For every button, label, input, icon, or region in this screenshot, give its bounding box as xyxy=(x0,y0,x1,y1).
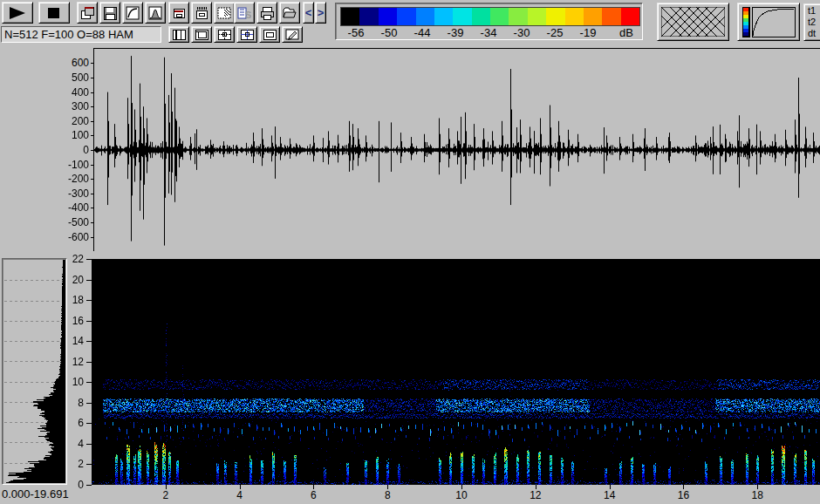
spec-ytick-label: 18 xyxy=(61,294,84,306)
film-s-button[interactable]: S xyxy=(234,2,255,24)
svg-text:S: S xyxy=(245,10,251,20)
spec-ytick-mark xyxy=(86,444,92,445)
color-scale-bar xyxy=(340,7,640,26)
spectrogram-display[interactable] xyxy=(92,259,820,485)
spec-ytick-mark xyxy=(86,423,92,424)
wave-ytick-mark xyxy=(91,78,94,78)
time-range-label: 0.000-19.691 xyxy=(2,487,69,501)
wave-ytick-mark xyxy=(91,165,94,166)
colorbar-segment xyxy=(621,8,639,25)
wave-ytick-label: -100 xyxy=(51,159,89,171)
cascade-windows-icon xyxy=(80,6,94,20)
wave-ytick-mark xyxy=(91,237,94,238)
window-function-button[interactable] xyxy=(145,2,166,24)
spec-ytick-label: 8 xyxy=(61,397,84,409)
waveform-display[interactable] xyxy=(94,49,820,251)
marker-t1-label: t1 xyxy=(808,5,816,17)
wave-ytick-mark xyxy=(91,135,94,136)
open-file-button[interactable] xyxy=(279,2,300,24)
layout-frame-button[interactable] xyxy=(259,26,280,43)
prev-button[interactable]: < xyxy=(303,2,314,24)
selection-window-button[interactable] xyxy=(214,2,235,24)
layout-quad-cross-button[interactable] xyxy=(236,26,257,43)
wave-ytick-mark xyxy=(91,179,94,180)
spec-ytick-label: 4 xyxy=(61,438,84,450)
play-button[interactable] xyxy=(2,2,33,24)
spec-ytick-label: 2 xyxy=(61,458,84,470)
transfer-curve-button[interactable] xyxy=(122,2,143,24)
colorbar-segment xyxy=(416,8,434,25)
palette-curve-button[interactable] xyxy=(737,3,800,41)
spec-xtick-label: 16 xyxy=(673,489,694,501)
spec-ytick-mark xyxy=(86,300,92,301)
colorbar-segment xyxy=(602,8,620,25)
layout-quad-button[interactable] xyxy=(214,26,235,43)
wave-ytick-label: 400 xyxy=(51,86,89,99)
colorbar-tick-label: -39 xyxy=(442,26,468,39)
wave-ytick-label: -300 xyxy=(51,187,89,200)
spec-xtick-label: 2 xyxy=(155,489,176,501)
colorbar-segment xyxy=(453,8,471,25)
spec-ytick-mark xyxy=(86,280,92,281)
colorbar-tick-label: -44 xyxy=(409,26,435,39)
wave-ytick-mark xyxy=(91,121,94,122)
spec-ytick-mark xyxy=(86,403,92,404)
wave-ytick-label: -500 xyxy=(51,216,89,228)
edit-annotation-button[interactable] xyxy=(282,26,303,43)
spec-ytick-mark xyxy=(86,464,92,465)
spec-xtick-label: 6 xyxy=(303,489,324,501)
hatch-pattern-icon xyxy=(661,7,725,37)
colorbar-tick-label: -30 xyxy=(509,26,535,39)
wave-ytick-mark xyxy=(91,194,94,194)
print-icon xyxy=(260,6,274,20)
hatch-pattern-button[interactable] xyxy=(657,3,729,41)
spec-xtick-label: 18 xyxy=(747,489,768,501)
layout-quad-icon xyxy=(217,29,231,40)
average-spectrum-panel xyxy=(2,258,67,485)
waveform-plot-frame xyxy=(93,48,820,251)
spec-ytick-mark xyxy=(86,485,92,486)
layout-inset-button[interactable] xyxy=(191,26,212,43)
save-button[interactable] xyxy=(99,2,120,24)
play-icon xyxy=(8,6,27,20)
spec-ytick-label: 20 xyxy=(61,274,84,286)
spectrogram-app-window: S < > N=512 F=100 O=88 HAM -56-50-44-39-… xyxy=(0,0,820,504)
wave-ytick-mark xyxy=(91,92,94,93)
cascade-windows-button[interactable] xyxy=(77,2,98,24)
spec-ytick-label: 16 xyxy=(61,315,84,327)
colorbar-tick-label: -19 xyxy=(575,26,601,39)
wave-ytick-label: 100 xyxy=(51,129,89,141)
color-scale-labels: -56-50-44-39-34-30-25-19dB xyxy=(336,26,642,40)
palette-curve-icon xyxy=(741,6,796,37)
spec-ytick-label: 0 xyxy=(61,479,84,491)
print-button[interactable] xyxy=(256,2,277,24)
wave-ytick-mark xyxy=(91,208,94,208)
spec-ytick-label: 14 xyxy=(61,335,84,347)
transfer-curve-icon xyxy=(126,6,140,20)
wave-ytick-label: 200 xyxy=(51,115,89,127)
stop-button[interactable] xyxy=(38,2,70,24)
marker-window-button[interactable] xyxy=(191,2,212,24)
wave-ytick-label: 0 xyxy=(51,144,89,156)
colorbar-tick-label: -25 xyxy=(542,26,568,39)
save-icon xyxy=(103,6,117,20)
spec-xtick-label: 8 xyxy=(377,489,398,501)
spec-ytick-label: 6 xyxy=(61,417,84,429)
wave-ytick-label: -400 xyxy=(51,201,89,214)
next-button[interactable]: > xyxy=(315,2,326,24)
signal-window-button[interactable] xyxy=(168,2,189,24)
layout-inset-icon xyxy=(195,29,208,40)
wave-ytick-label: 300 xyxy=(51,100,89,112)
colorbar-segment xyxy=(397,8,415,25)
wave-ytick-mark xyxy=(91,106,94,107)
colorbar-tick-label: -56 xyxy=(343,26,369,39)
colorbar-segment xyxy=(584,8,602,25)
marker-window-icon xyxy=(195,6,208,20)
layout-columns-button[interactable] xyxy=(168,26,189,43)
prev-arrow-icon: < xyxy=(305,7,312,18)
colorbar-tick-label: -34 xyxy=(475,26,502,39)
colorbar-segment xyxy=(490,8,509,25)
wave-ytick-label: 500 xyxy=(51,72,89,84)
wave-ytick-mark xyxy=(91,222,94,223)
wave-ytick-mark xyxy=(91,63,94,64)
